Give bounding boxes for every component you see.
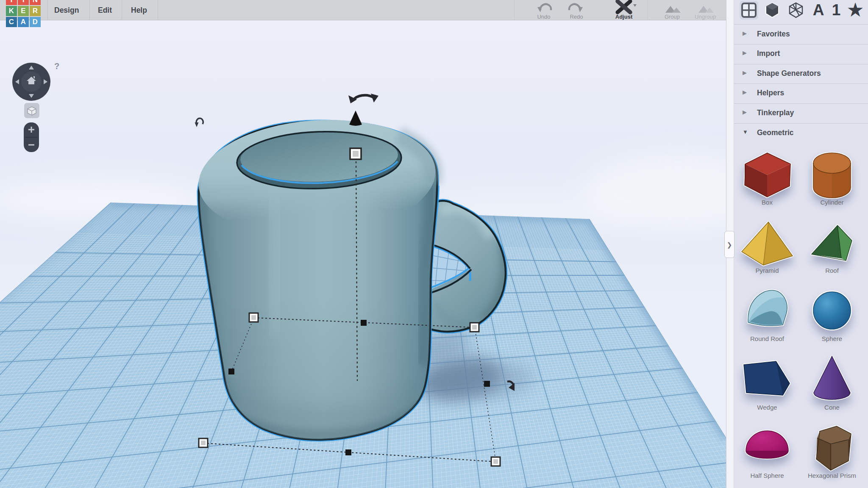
- svg-text:A: A: [813, 1, 824, 19]
- svg-text:★: ★: [846, 0, 864, 21]
- svg-text:1: 1: [832, 1, 841, 19]
- svg-text:Adjust: Adjust: [615, 14, 633, 20]
- svg-text:Redo: Redo: [570, 14, 583, 20]
- svg-text:?: ?: [54, 61, 59, 71]
- svg-text:Ungroup: Ungroup: [695, 14, 716, 20]
- svg-text:Undo: Undo: [537, 14, 550, 20]
- svg-text:Group: Group: [665, 14, 680, 20]
